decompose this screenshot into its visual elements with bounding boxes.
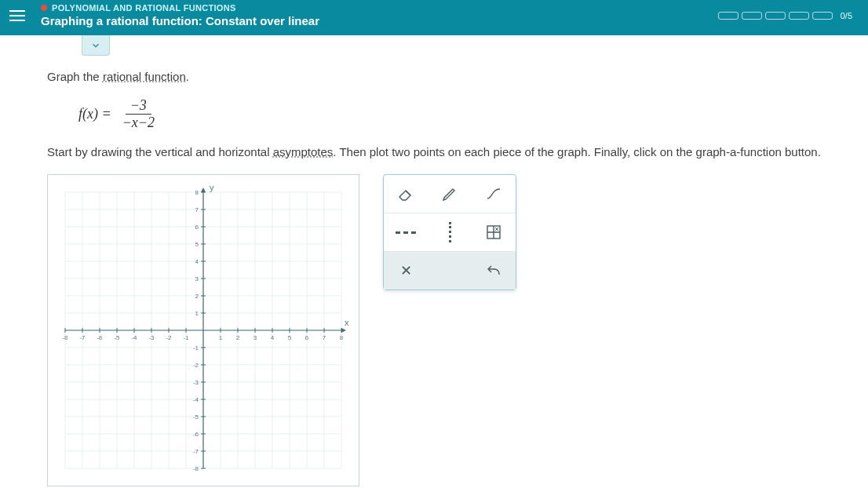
- prompt-line-1: Graph the rational function.: [47, 70, 849, 83]
- text: . Then plot two points on each piece of …: [333, 145, 821, 158]
- eraser-icon: [396, 184, 415, 203]
- prompt-line-2: Start by drawing the vertical and horizo…: [47, 145, 849, 158]
- menu-icon[interactable]: [9, 6, 28, 25]
- progress-seg: [812, 12, 833, 20]
- svg-text:4: 4: [271, 334, 275, 341]
- svg-text:3: 3: [195, 275, 199, 282]
- svg-text:6: 6: [305, 334, 309, 341]
- denominator: −x−2: [118, 115, 159, 131]
- svg-text:-3: -3: [193, 379, 199, 386]
- svg-text:-6: -6: [193, 431, 199, 438]
- coordinate-grid[interactable]: -8-8-7-7-6-6-5-5-4-4-3-3-2-2-1-111223344…: [54, 181, 352, 479]
- svg-text:x: x: [345, 318, 349, 327]
- progress-seg: [742, 12, 762, 20]
- horizontal-asymptote-tool[interactable]: [384, 213, 428, 251]
- svg-text:8: 8: [340, 334, 344, 341]
- svg-text:5: 5: [288, 334, 292, 341]
- curve-icon: [484, 184, 503, 203]
- svg-text:y: y: [210, 183, 214, 192]
- svg-text:3: 3: [253, 334, 257, 341]
- svg-text:2: 2: [236, 334, 240, 341]
- content-area: Graph the rational function. f(x) = −3 −…: [0, 35, 868, 488]
- svg-text:2: 2: [195, 293, 199, 300]
- svg-text:-8: -8: [62, 334, 68, 341]
- work-area: -8-8-7-7-6-6-5-5-4-4-3-3-2-2-1-111223344…: [47, 174, 849, 486]
- curve-tool[interactable]: [472, 175, 516, 213]
- svg-text:-2: -2: [193, 362, 199, 369]
- svg-text:1: 1: [195, 310, 199, 317]
- svg-text:-5: -5: [114, 334, 120, 341]
- svg-text:-3: -3: [148, 334, 155, 341]
- svg-text:4: 4: [195, 258, 199, 265]
- svg-text:7: 7: [195, 206, 199, 213]
- svg-text:-4: -4: [193, 396, 199, 403]
- svg-text:7: 7: [323, 334, 326, 341]
- graph-function-tool[interactable]: [472, 213, 516, 251]
- vertical-asymptote-tool[interactable]: [428, 213, 472, 251]
- svg-text:-7: -7: [193, 448, 199, 455]
- header-text: POLYNOMIAL AND RATIONAL FUNCTIONS Graphi…: [41, 3, 718, 27]
- spacer: [428, 252, 472, 290]
- horizontal-dashed-icon: [396, 231, 416, 234]
- expand-tab[interactable]: [82, 35, 110, 56]
- progress-seg: [765, 12, 786, 20]
- svg-text:5: 5: [195, 241, 199, 248]
- vertical-dashed-icon: [449, 222, 451, 242]
- pencil-tool[interactable]: [428, 175, 472, 213]
- graph-canvas[interactable]: -8-8-7-7-6-6-5-5-4-4-3-3-2-2-1-111223344…: [47, 174, 359, 486]
- lesson-category: POLYNOMIAL AND RATIONAL FUNCTIONS: [41, 3, 718, 13]
- text: Graph the: [47, 70, 103, 83]
- pencil-icon: [440, 184, 459, 203]
- svg-text:-1: -1: [193, 344, 199, 351]
- progress-indicator: 0/5: [718, 11, 852, 20]
- eraser-tool[interactable]: [384, 175, 428, 213]
- svg-text:-5: -5: [193, 413, 199, 421]
- clear-button[interactable]: ✕: [384, 252, 428, 290]
- text: Start by drawing the vertical and horizo…: [47, 145, 273, 158]
- formula-lhs: f(x) =: [78, 106, 111, 122]
- numerator: −3: [126, 97, 151, 115]
- svg-text:-7: -7: [79, 334, 86, 341]
- svg-text:-6: -6: [97, 334, 103, 341]
- term-asymptotes[interactable]: asymptotes: [273, 145, 334, 158]
- progress-seg: [718, 12, 739, 20]
- lesson-title: Graphing a rational function: Constant o…: [41, 14, 718, 27]
- svg-text:6: 6: [195, 224, 199, 231]
- fraction: −3 −x−2: [118, 97, 159, 131]
- record-dot-icon: [41, 5, 47, 11]
- svg-text:8: 8: [195, 189, 199, 196]
- term-rational-function[interactable]: rational function: [103, 70, 186, 83]
- progress-seg: [789, 12, 809, 20]
- graph-function-icon: [484, 223, 503, 242]
- progress-count: 0/5: [841, 11, 852, 20]
- text: .: [186, 70, 189, 83]
- problem-statement: Graph the rational function. f(x) = −3 −…: [47, 35, 849, 486]
- reset-button[interactable]: [472, 252, 516, 290]
- app-header: POLYNOMIAL AND RATIONAL FUNCTIONS Graphi…: [0, 0, 868, 35]
- svg-text:-1: -1: [183, 334, 189, 341]
- category-label: POLYNOMIAL AND RATIONAL FUNCTIONS: [52, 3, 236, 13]
- function-formula: f(x) = −3 −x−2: [78, 97, 849, 131]
- svg-text:1: 1: [219, 334, 223, 341]
- svg-text:-2: -2: [166, 334, 172, 341]
- svg-text:-4: -4: [131, 334, 137, 341]
- drawing-toolbox: ✕: [383, 174, 516, 290]
- undo-icon: [484, 261, 503, 280]
- x-icon: ✕: [400, 262, 412, 279]
- svg-text:-8: -8: [193, 465, 199, 472]
- chevron-down-icon: [90, 40, 101, 51]
